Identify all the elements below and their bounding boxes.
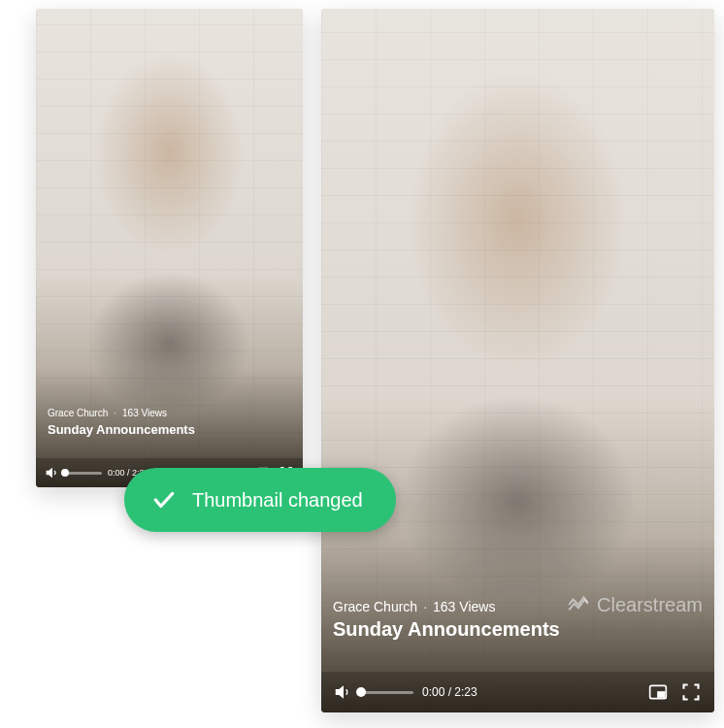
video-card-large: Clearstream Grace Church · 163 Views Sun… [321,9,714,712]
seek-handle[interactable] [61,469,69,477]
view-count: 163 Views [122,408,167,418]
seek-bar[interactable] [65,472,102,475]
pip-button[interactable] [648,682,668,702]
channel-name: Grace Church [333,599,417,614]
channel-name: Grace Church [48,408,108,418]
meta-separator: · [114,408,116,418]
volume-icon [335,683,352,701]
svg-marker-0 [47,469,51,477]
video-info-overlay: Grace Church · 163 Views Sunday Announce… [36,408,303,437]
seek-handle[interactable] [356,687,366,697]
right-controls [648,682,701,702]
volume-button[interactable] [335,683,352,701]
video-content: Clearstream Grace Church · 163 Views Sun… [321,9,714,712]
meta-separator: · [423,599,427,614]
video-meta-line: Grace Church · 163 Views [333,599,703,614]
toast-notification: Thumbnail changed [124,468,396,532]
fullscreen-icon [681,682,701,702]
toast-message: Thumbnail changed [192,489,363,512]
fullscreen-button[interactable] [681,682,701,702]
svg-rect-5 [658,692,665,697]
video-meta-line: Grace Church · 163 Views [48,408,291,418]
pip-icon [648,682,668,702]
video-content: Grace Church · 163 Views Sunday Announce… [36,9,303,487]
seek-bar[interactable] [361,691,413,694]
volume-button[interactable] [46,466,59,480]
view-count: 163 Views [433,599,495,614]
video-info-overlay: Grace Church · 163 Views Sunday Announce… [321,599,714,641]
svg-marker-3 [337,687,344,698]
video-card-small: Grace Church · 163 Views Sunday Announce… [36,9,303,487]
video-title: Sunday Announcements [48,422,291,437]
video-title: Sunday Announcements [333,618,703,641]
checkmark-icon [151,487,177,513]
time-display: 0:00 / 2:23 [422,685,648,699]
player-controls-bar: 0:00 / 2:23 [321,672,714,712]
volume-icon [46,466,59,480]
